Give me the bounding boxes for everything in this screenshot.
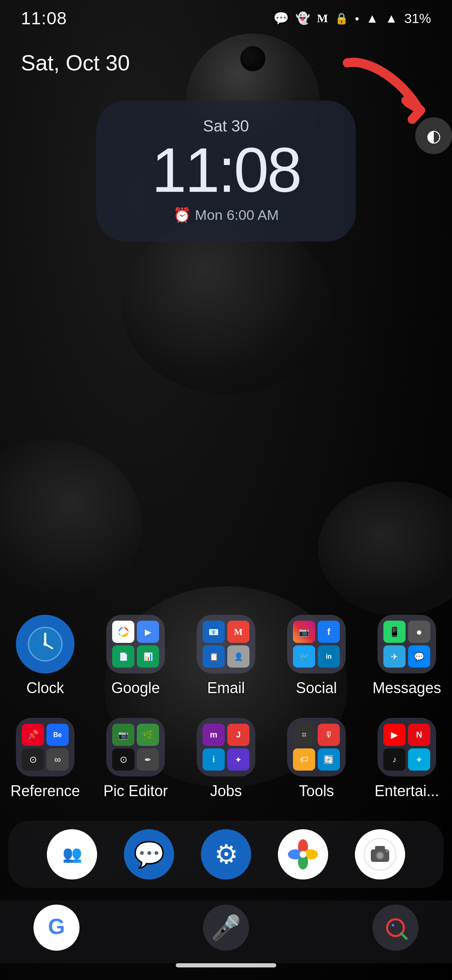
folder-sub-play: ▶ bbox=[137, 621, 159, 643]
voice-search-button[interactable]: 🎤 bbox=[203, 905, 249, 951]
folder-sub-tools3: 🏷 bbox=[293, 748, 315, 771]
tools-folder-icon: ⌗ 🎙 🏷 🔄 bbox=[287, 718, 346, 776]
camera-icon bbox=[355, 829, 405, 879]
folder-sub-jobs3: i bbox=[203, 748, 225, 771]
folder-sub-jobs1: m bbox=[203, 724, 225, 746]
email-folder-icon: 📧 M 📋 👤 bbox=[197, 615, 255, 673]
bottom-search-bar: G 🎤 bbox=[0, 900, 452, 963]
social-label: Social bbox=[296, 679, 337, 697]
app-jobs[interactable]: m J i ✦ Jobs bbox=[188, 718, 264, 800]
folder-sub-pic4: ✒ bbox=[137, 748, 159, 771]
folder-sub-pinterest: 📌 bbox=[22, 724, 44, 746]
app-google[interactable]: ▶ 📄 📊 Google bbox=[98, 615, 173, 697]
photos-icon bbox=[278, 829, 328, 879]
svg-point-18 bbox=[386, 850, 388, 852]
app-photos[interactable] bbox=[278, 829, 328, 879]
folder-sub-netflix: N bbox=[408, 724, 430, 746]
clock-widget-date: Sat 30 bbox=[121, 117, 331, 135]
app-sms-messages[interactable]: 💬 bbox=[124, 829, 174, 879]
google-search-button[interactable]: G bbox=[33, 905, 80, 951]
clock-label: Clock bbox=[26, 679, 64, 697]
folder-sub-tools4: 🔄 bbox=[318, 748, 340, 771]
folder-sub-contacts: 👤 bbox=[227, 645, 249, 668]
notification-status-icon: 🔒 bbox=[335, 13, 348, 24]
app-email[interactable]: 📧 M 📋 👤 Email bbox=[188, 615, 264, 697]
folder-sub-tools1: ⌗ bbox=[293, 724, 315, 746]
folder-sub-facebook: f bbox=[318, 621, 340, 643]
messages-folder-icon: 📱 ● ✈ 💬 bbox=[378, 615, 436, 673]
pic-editor-label: Pic Editor bbox=[103, 782, 168, 800]
messenger-status-icon: 💬 bbox=[273, 12, 289, 25]
app-messages[interactable]: 📱 ● ✈ 💬 Messages bbox=[369, 615, 444, 697]
folder-sub-jobs4: ✦ bbox=[227, 748, 249, 771]
messages-label: Messages bbox=[372, 679, 441, 697]
folder-sub-chrome bbox=[112, 621, 134, 643]
home-pill bbox=[176, 963, 276, 967]
folder-sub-gmail: M bbox=[227, 621, 249, 643]
app-row-2: 📌 Be ⊙ ∞ Reference 📷 🌿 ⊙ ✒ Pic Editor m … bbox=[0, 718, 452, 800]
folder-sub-ref3: ⊙ bbox=[22, 748, 44, 771]
reference-folder-icon: 📌 Be ⊙ ∞ bbox=[16, 718, 74, 776]
folder-sub-twitter: 🐦 bbox=[293, 645, 315, 668]
app-camera[interactable] bbox=[355, 829, 405, 879]
spacer bbox=[0, 242, 452, 615]
entertainment-label: Entertai... bbox=[375, 782, 439, 800]
svg-text:G: G bbox=[48, 914, 65, 939]
home-indicator bbox=[0, 963, 452, 980]
reference-label: Reference bbox=[10, 782, 80, 800]
email-label: Email bbox=[207, 679, 245, 697]
dock: 👥 💬 ⚙ bbox=[8, 821, 444, 888]
social-folder-icon: 📷 f 🐦 in bbox=[287, 615, 346, 673]
screen-content: 11:08 💬 👻 M 🔒 ● ▲ ▲ 31% Sat, Oct 30 Sat … bbox=[0, 0, 452, 980]
folder-sub-messenger: 💬 bbox=[408, 645, 430, 668]
folder-sub-jobs2: J bbox=[227, 724, 249, 746]
folder-sub-pic3: ⊙ bbox=[112, 748, 134, 771]
app-social[interactable]: 📷 f 🐦 in Social bbox=[279, 615, 354, 697]
folder-sub-signal: ● bbox=[408, 621, 430, 643]
folder-sub-ref4: ∞ bbox=[46, 748, 69, 771]
tracetogether-icon: 👥 bbox=[47, 829, 97, 879]
svg-rect-17 bbox=[375, 846, 385, 850]
status-time: 11:08 bbox=[21, 8, 67, 28]
folder-sub-outlook: 📧 bbox=[203, 621, 225, 643]
google-folder-icon: ▶ 📄 📊 bbox=[106, 615, 165, 673]
svg-point-16 bbox=[377, 853, 383, 859]
folder-sub-disney: ✦ bbox=[408, 748, 430, 771]
app-reference[interactable]: 📌 Be ⊙ ∞ Reference bbox=[8, 718, 83, 800]
status-icons: 💬 👻 M 🔒 ● ▲ ▲ 31% bbox=[273, 11, 431, 26]
folder-sub-pic1: 📷 bbox=[112, 724, 134, 746]
pic-editor-folder-icon: 📷 🌿 ⊙ ✒ bbox=[106, 718, 165, 776]
svg-text:👥: 👥 bbox=[62, 844, 82, 864]
alarm-icon: ⏰ bbox=[173, 206, 191, 223]
svg-point-5 bbox=[121, 630, 126, 634]
app-tools[interactable]: ⌗ 🎙 🏷 🔄 Tools bbox=[279, 718, 354, 800]
status-bar: 11:08 💬 👻 M 🔒 ● ▲ ▲ 31% bbox=[0, 0, 452, 34]
folder-sub-youtube: ▶ bbox=[383, 724, 406, 746]
svg-point-12 bbox=[300, 851, 306, 858]
alarm-time: Mon 6:00 AM bbox=[195, 207, 279, 223]
folder-sub-docs2: 📋 bbox=[203, 645, 225, 668]
wifi-status-icon: ▲ bbox=[366, 12, 379, 25]
app-settings[interactable]: ⚙ bbox=[201, 829, 251, 879]
app-tracetogether[interactable]: 👥 bbox=[47, 829, 97, 879]
folder-sub-tiktok: ♪ bbox=[383, 748, 406, 771]
signal-status-icon: ▲ bbox=[385, 12, 398, 25]
svg-point-3 bbox=[44, 642, 47, 646]
folder-sub-pic2: 🌿 bbox=[137, 724, 159, 746]
sms-icon: 💬 bbox=[124, 829, 174, 879]
app-pic-editor[interactable]: 📷 🌿 ⊙ ✒ Pic Editor bbox=[98, 718, 173, 800]
google-label: Google bbox=[111, 679, 160, 697]
snapchat-status-icon: 👻 bbox=[295, 13, 310, 24]
app-entertainment[interactable]: ▶ N ♪ ✦ Entertai... bbox=[369, 718, 444, 800]
app-clock[interactable]: Clock bbox=[8, 615, 83, 697]
folder-sub-tools2: 🎙 bbox=[318, 724, 340, 746]
settings-icon: ⚙ bbox=[201, 829, 251, 879]
google-lens-button[interactable] bbox=[372, 905, 419, 951]
jobs-label: Jobs bbox=[210, 782, 242, 800]
folder-sub-behance: Be bbox=[46, 724, 69, 746]
svg-point-21 bbox=[392, 924, 394, 926]
gmail-status-icon: M bbox=[317, 13, 328, 24]
folder-sub-whatsapp: 📱 bbox=[383, 621, 406, 643]
dark-mode-toggle[interactable]: ◐ bbox=[415, 117, 452, 154]
tools-label: Tools bbox=[299, 782, 334, 800]
